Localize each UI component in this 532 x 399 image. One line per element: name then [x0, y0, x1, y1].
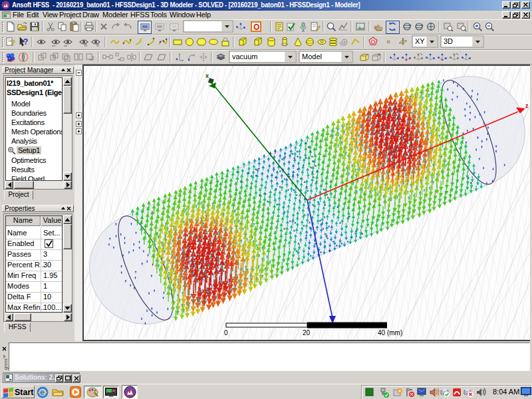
- svg-text:x: x: [205, 72, 209, 79]
- svg-text:e: e: [40, 388, 45, 397]
- svg-text:3D: 3D: [444, 37, 453, 45]
- svg-text:XY: XY: [415, 37, 425, 45]
- svg-text:b: b: [96, 43, 99, 47]
- svg-text:vacuum: vacuum: [232, 53, 258, 61]
- svg-text:20: 20: [303, 329, 311, 336]
- svg-text:40 (mm): 40 (mm): [378, 329, 402, 336]
- svg-text:gress: gress: [3, 358, 9, 370]
- svg-text:?: ?: [23, 37, 28, 47]
- svg-text:?: ?: [10, 38, 15, 48]
- svg-text:z: z: [525, 102, 529, 109]
- svg-text:O: O: [253, 23, 259, 32]
- svg-text:Model: Model: [302, 53, 322, 61]
- svg-text:0: 0: [224, 329, 228, 336]
- svg-text:b: b: [84, 43, 87, 47]
